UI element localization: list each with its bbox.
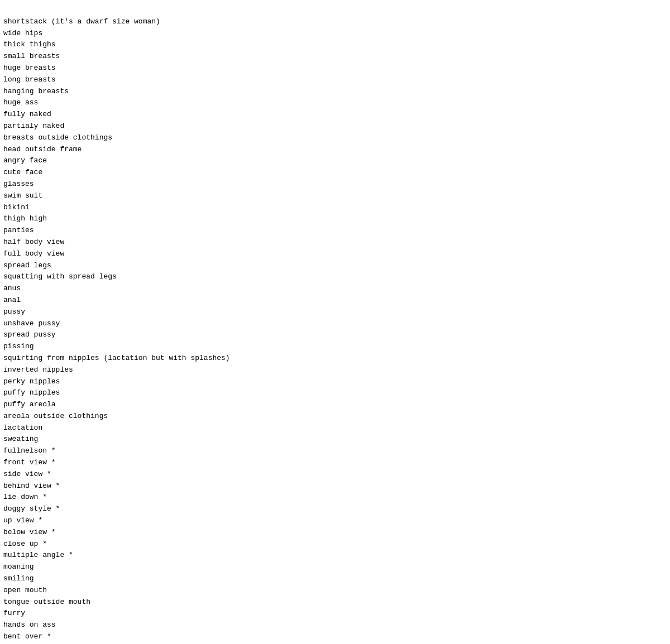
list-item: swim suit [3,190,667,202]
list-item: front view * [3,457,667,469]
list-item: breasts outside clothings [3,132,667,144]
list-item: unshave pussy [3,318,667,330]
list-item: squatting with spread legs [3,271,667,283]
list-item: glasses [3,179,667,190]
list-item: wide hips [3,28,667,40]
list-item: smiling [3,573,667,585]
list-item: hands on ass [3,619,667,631]
list-item: small breasts [3,51,667,63]
list-item: shortstack (it's a dwarf size woman) [3,16,667,28]
list-item: fully naked [3,109,667,121]
list-item: huge ass [3,97,667,109]
list-item: puffy areola [3,399,667,411]
list-item: tongue outside mouth [3,597,667,608]
list-item: side view * [3,469,667,480]
list-item: hanging breasts [3,86,667,98]
list-item: full body view [3,248,667,260]
list-item: behind view * [3,480,667,492]
list-item: squirting from nipples (lactation but wi… [3,353,667,364]
list-item: sweating [3,434,667,445]
list-item: lie down * [3,492,667,503]
list-item: thigh high [3,213,667,225]
list-item: long breasts [3,74,667,86]
list-item: inverted nipples [3,364,667,376]
list-item: furry [3,608,667,619]
list-item: up view * [3,515,667,527]
list-item: half body view [3,237,667,248]
list-item: panties [3,225,667,237]
list-item: pussy [3,306,667,318]
list-item: angry face [3,155,667,167]
tag-list: shortstack (it's a dwarf size woman)wide… [3,4,667,643]
list-item: multiple angle * [3,550,667,561]
list-item: anal [3,295,667,306]
list-item: lactation [3,422,667,434]
list-item: moaning [3,561,667,573]
list-item: anus [3,283,667,295]
list-item: puffy nipples [3,387,667,399]
list-item: bikini [3,202,667,214]
list-item: below view * [3,527,667,539]
list-item: areola outside clothings [3,411,667,422]
list-item: fullnelson * [3,445,667,457]
list-item: spread pussy [3,329,667,341]
list-item: cute face [3,167,667,179]
list-item: bent over * [3,631,667,643]
list-item: close up * [3,539,667,550]
list-item: thick thighs [3,39,667,51]
list-item: spread legs [3,260,667,272]
list-item: huge breasts [3,63,667,74]
list-item: pissing [3,341,667,353]
list-item: doggy style * [3,503,667,515]
list-item: partialy naked [3,121,667,132]
list-item: head outside frame [3,144,667,156]
list-item: perky nipples [3,376,667,388]
list-item: open mouth [3,585,667,597]
